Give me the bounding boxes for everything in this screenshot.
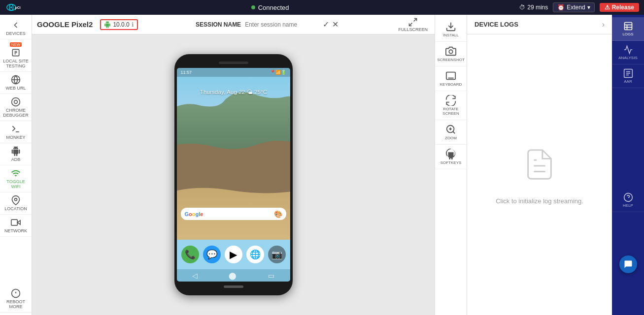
install-control[interactable]: INSTALL xyxy=(435,17,467,42)
sidebar-item-location[interactable]: LOCATION xyxy=(0,192,32,215)
chat-bubble-button[interactable] xyxy=(619,255,637,273)
session-name-area: SESSION NAME ✓ ✕ xyxy=(145,20,389,29)
keyboard-label: KEYBOARD xyxy=(440,82,462,87)
google-assistant-icon: 🎨 xyxy=(274,210,282,218)
topbar-right: ⏱ 29 mins ⏰ Extend ▾ ⚠ Release xyxy=(519,2,639,12)
svg-point-11 xyxy=(14,100,18,104)
fullscreen-label: FULLSCREEN xyxy=(398,27,428,32)
confirm-icon[interactable]: ✓ xyxy=(323,20,329,29)
svg-point-10 xyxy=(12,98,20,106)
sidebar-item-web-url[interactable]: WEB URL xyxy=(0,72,32,94)
warning-icon: ⚠ xyxy=(605,4,610,11)
logs-message: Click to initialize log streaming. xyxy=(496,197,583,205)
info-icon: ℹ xyxy=(132,21,134,28)
alarm-icon: ⏰ xyxy=(557,4,565,11)
rpanel-item-aar[interactable]: AAR xyxy=(612,64,644,88)
phone-time: 11:57 xyxy=(181,70,192,75)
rpanel-item-help[interactable]: HELP xyxy=(612,189,644,212)
phone-container: 11:57 📍📶🔋 xyxy=(32,34,435,315)
sidebar-item-adb[interactable]: ADB xyxy=(0,143,32,165)
session-name-input[interactable] xyxy=(245,21,319,28)
phone-status-icons: 📍📶🔋 xyxy=(270,70,286,75)
release-button[interactable]: ⚠ Release xyxy=(600,3,639,12)
sidebar-item-network[interactable]: NETWORK xyxy=(0,215,32,237)
extend-button[interactable]: ⏰ Extend ▾ xyxy=(553,2,594,12)
svg-text:Thursday, Aug 22  🌤 25°C: Thursday, Aug 22 🌤 25°C xyxy=(200,89,267,95)
cancel-icon[interactable]: ✕ xyxy=(332,20,339,29)
sidebar-label-devices: DEVICES xyxy=(6,31,26,36)
sidebar-label-wifi: TOGGLE WIFI xyxy=(2,179,30,189)
android-version-badge: 10.0.0 ℹ xyxy=(100,19,137,30)
timer: ⏱ 29 mins xyxy=(519,4,548,11)
svg-rect-41 xyxy=(624,23,632,30)
rpanel-item-logs[interactable]: LOGS xyxy=(612,17,644,41)
chevron-down-icon: ▾ xyxy=(587,4,590,11)
sidebar-label-adb: ADB xyxy=(11,157,21,162)
home-btn[interactable]: ⬤ xyxy=(229,272,237,280)
phone-wallpaper: Thursday, Aug 22 🌤 25°C Google 🎨 xyxy=(177,77,290,240)
sidebar-item-reboot-more[interactable]: REBOOT MORE xyxy=(0,285,32,313)
right-controls: INSTALL SCREENSHOT KEYBOARD xyxy=(435,15,467,315)
rpanel-aar-label: AAR xyxy=(624,79,632,84)
svg-line-20 xyxy=(409,23,412,26)
sidebar-label-reboot: REBOOT MORE xyxy=(2,299,30,309)
sidebar-item-monkey[interactable]: MONKEY xyxy=(0,121,32,143)
svg-marker-14 xyxy=(17,220,20,224)
phone-bottom-bar xyxy=(224,285,243,288)
topbar: pCloudy Connected ⏱ 29 mins ⏰ Extend ▾ ⚠… xyxy=(0,0,644,15)
phone-frame: 11:57 📍📶🔋 xyxy=(174,54,293,295)
timer-icon: ⏱ xyxy=(519,4,525,11)
play-store-icon[interactable]: ▶ xyxy=(225,246,242,263)
screenshot-label: SCREENSHOT xyxy=(437,58,465,62)
svg-line-36 xyxy=(453,131,455,133)
recents-btn[interactable]: ▭ xyxy=(268,272,274,280)
phone-nav-bar: ◁ ⬤ ▭ xyxy=(177,269,290,282)
camera-app-icon[interactable]: 📷 xyxy=(268,246,286,263)
zoom-control[interactable]: ZOOM xyxy=(435,120,467,145)
rpanel-help-label: HELP xyxy=(623,203,633,208)
phone-app-icon[interactable]: 📞 xyxy=(181,246,199,263)
rotate-screen-control[interactable]: ROTATE SCREEN xyxy=(435,91,467,120)
status-label: Connected xyxy=(258,4,289,11)
phone-status-bar: 11:57 📍📶🔋 xyxy=(177,68,290,77)
logs-content: Click to initialize log streaming. xyxy=(467,34,612,315)
svg-rect-15 xyxy=(11,220,17,225)
back-btn[interactable]: ◁ xyxy=(192,272,198,280)
screenshot-control[interactable]: SCREENSHOT xyxy=(435,42,467,66)
svg-point-24 xyxy=(449,50,452,53)
keyboard-control[interactable]: KEYBOARD xyxy=(435,66,467,91)
install-label: INSTALL xyxy=(443,33,459,37)
logs-panel: DEVICE LOGS › Click to initialize log st… xyxy=(467,15,612,315)
right-panel: LOGS ANALYSIS AAR HELP xyxy=(612,15,644,315)
device-header: GOOGLE Pixel2 10.0.0 ℹ SESSION NAME ✓ ✕ xyxy=(32,15,435,34)
sidebar-item-local-site-testing[interactable]: NEW LOCAL SITE TESTING xyxy=(0,39,32,72)
sidebar-label-network: NETWORK xyxy=(4,228,27,233)
logs-collapse-arrow[interactable]: › xyxy=(602,20,605,29)
new-badge: NEW xyxy=(10,42,22,47)
rpanel-logs-label: LOGS xyxy=(622,32,633,36)
fullscreen-button[interactable]: FULLSCREEN xyxy=(396,15,430,34)
softkeys-label: SOFTKEYS xyxy=(441,160,462,165)
sidebar-item-devices[interactable]: DEVICES xyxy=(0,17,32,39)
sidebar-item-toggle-wifi[interactable]: TOGGLE WIFI xyxy=(0,165,32,192)
logo: pCloudy xyxy=(5,2,21,12)
logs-document-icon xyxy=(522,145,557,190)
svg-point-13 xyxy=(15,198,17,201)
logs-header: DEVICE LOGS › xyxy=(467,15,612,34)
sidebar-label-chrome: CHROME DEBUGGER xyxy=(2,108,30,118)
session-actions: ✓ ✕ xyxy=(323,20,339,29)
rpanel-item-analysis[interactable]: ANALYSIS xyxy=(612,41,644,64)
softkeys-control[interactable]: SOFTKEYS xyxy=(435,145,467,169)
device-name: GOOGLE Pixel2 xyxy=(37,20,93,29)
messages-app-icon[interactable]: 💬 xyxy=(203,246,221,263)
svg-text:pCloudy: pCloudy xyxy=(15,6,21,10)
chrome-app-icon[interactable]: 🌐 xyxy=(246,246,264,263)
sidebar-item-chrome-debugger[interactable]: CHROME DEBUGGER xyxy=(0,94,32,121)
extend-label: Extend xyxy=(567,4,585,11)
logs-title: DEVICE LOGS xyxy=(475,21,518,28)
sidebar-label-monkey: MONKEY xyxy=(6,135,25,140)
phone-search-bar[interactable]: Google 🎨 xyxy=(181,208,286,220)
status-dot xyxy=(251,5,255,9)
phone-screen[interactable]: 11:57 📍📶🔋 xyxy=(177,68,290,282)
svg-point-2 xyxy=(10,6,12,8)
